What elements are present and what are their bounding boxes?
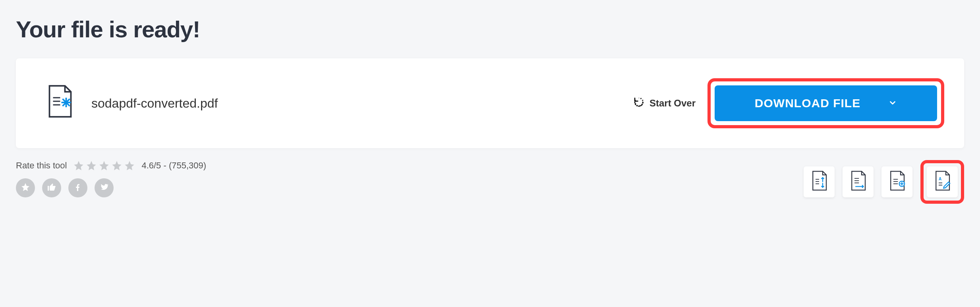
thumbs-up-icon bbox=[47, 182, 56, 193]
social-share-row bbox=[16, 178, 206, 197]
chevron-down-icon bbox=[888, 97, 897, 110]
edit-file-icon: A bbox=[933, 170, 952, 193]
tool-convert[interactable] bbox=[843, 166, 874, 197]
rate-label: Rate this tool bbox=[16, 160, 67, 171]
star-icon bbox=[111, 160, 122, 171]
facebook-icon bbox=[73, 182, 83, 193]
tool-merge[interactable] bbox=[881, 166, 912, 197]
start-over-label: Start Over bbox=[649, 98, 696, 109]
add-file-icon bbox=[887, 170, 907, 193]
like-button[interactable] bbox=[42, 178, 61, 197]
page-title: Your file is ready! bbox=[16, 16, 964, 42]
favorite-button[interactable] bbox=[16, 178, 35, 197]
restart-icon bbox=[633, 96, 645, 110]
star-icon bbox=[124, 160, 135, 171]
tool-compress[interactable] bbox=[804, 166, 835, 197]
download-highlight-box: DOWNLOAD FILE bbox=[707, 78, 944, 128]
related-tools-row: A bbox=[804, 160, 964, 204]
rating-score-text: 4.6/5 - (755,309) bbox=[141, 160, 206, 171]
tool-edit[interactable]: A bbox=[927, 166, 958, 197]
file-name-label: sodapdf-converted.pdf bbox=[91, 96, 218, 111]
compress-file-icon bbox=[810, 170, 829, 193]
star-icon bbox=[73, 160, 84, 171]
twitter-share-button[interactable] bbox=[95, 178, 114, 197]
rating-stars[interactable] bbox=[73, 160, 135, 171]
file-info: sodapdf-converted.pdf bbox=[44, 85, 218, 122]
tool-edit-highlight: A bbox=[920, 160, 964, 204]
footer-row: Rate this tool 4.6/5 - (755,309) bbox=[16, 160, 964, 204]
twitter-icon bbox=[99, 182, 109, 193]
file-ready-card: sodapdf-converted.pdf Start Over DOWNLOA… bbox=[16, 58, 964, 148]
rating-line: Rate this tool 4.6/5 - (755,309) bbox=[16, 160, 206, 171]
file-actions: Start Over DOWNLOAD FILE bbox=[633, 78, 944, 128]
converted-file-icon bbox=[44, 85, 75, 122]
star-icon bbox=[21, 182, 30, 193]
download-label: DOWNLOAD FILE bbox=[755, 97, 860, 110]
download-file-button[interactable]: DOWNLOAD FILE bbox=[715, 85, 937, 121]
facebook-share-button[interactable] bbox=[68, 178, 87, 197]
star-icon bbox=[86, 160, 97, 171]
svg-text:A: A bbox=[939, 177, 942, 181]
convert-file-icon bbox=[849, 170, 868, 193]
start-over-button[interactable]: Start Over bbox=[633, 96, 696, 110]
rating-column: Rate this tool 4.6/5 - (755,309) bbox=[16, 160, 206, 197]
star-icon bbox=[99, 160, 110, 171]
